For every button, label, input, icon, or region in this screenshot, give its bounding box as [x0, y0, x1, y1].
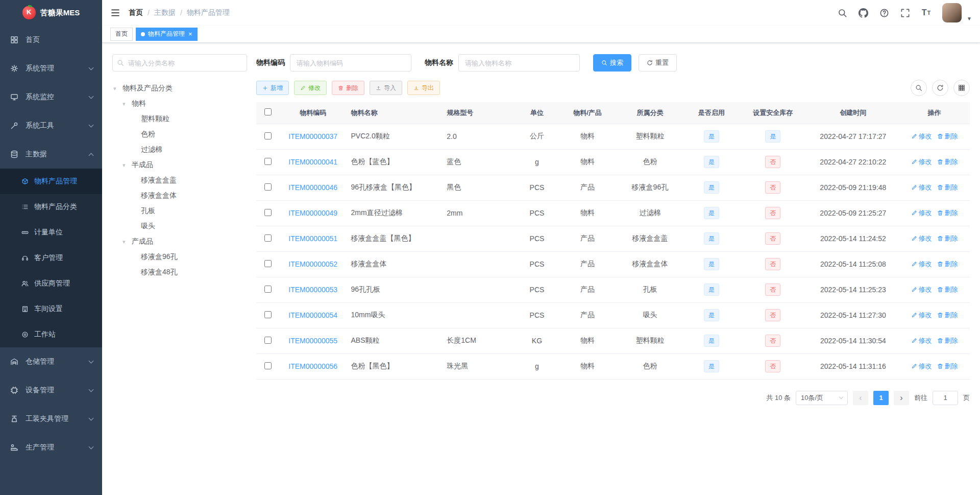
add-button[interactable]: 新增 — [256, 81, 289, 95]
tree-node[interactable]: 过滤棉 — [112, 142, 247, 157]
sidebar-item-fixture-management[interactable]: 工装夹具管理 — [0, 405, 102, 433]
tree-node[interactable]: 孔板 — [112, 203, 247, 219]
close-icon[interactable]: × — [188, 31, 192, 37]
tree-node[interactable]: 移液盒48孔 — [112, 265, 247, 280]
search-toggle-button[interactable] — [911, 80, 927, 96]
material-name-input[interactable] — [458, 54, 580, 72]
material-code-link[interactable]: ITEM00000041 — [288, 158, 337, 166]
sidebar-subitem-supplier-management[interactable]: 供应商管理 — [0, 271, 102, 296]
caret-down-icon[interactable]: ▾ — [122, 101, 132, 107]
delete-row-button[interactable]: 删除 — [937, 285, 958, 294]
edit-row-button[interactable]: 修改 — [911, 285, 932, 294]
chevron-down-icon[interactable]: ▼ — [967, 16, 972, 21]
edit-row-button[interactable]: 修改 — [911, 157, 932, 167]
material-code-link[interactable]: ITEM00000056 — [288, 362, 337, 370]
breadcrumb-item[interactable]: 首页 — [129, 8, 143, 17]
row-checkbox[interactable] — [264, 234, 272, 242]
edit-row-button[interactable]: 修改 — [911, 234, 932, 243]
material-code-link[interactable]: ITEM00000052 — [288, 260, 337, 268]
search-button[interactable]: 搜索 — [593, 54, 631, 72]
row-checkbox[interactable] — [264, 311, 272, 318]
sidebar-subitem-customer-management[interactable]: 客户管理 — [0, 245, 102, 271]
tree-node[interactable]: 吸头 — [112, 219, 247, 234]
material-code-link[interactable]: ITEM00000051 — [288, 234, 337, 243]
export-button[interactable]: 导出 — [407, 81, 440, 95]
edit-row-button[interactable]: 修改 — [911, 208, 932, 218]
sidebar-item-system-monitor[interactable]: 系统监控 — [0, 83, 102, 111]
edit-row-button[interactable]: 修改 — [911, 362, 932, 371]
delete-row-button[interactable]: 删除 — [937, 260, 958, 269]
row-checkbox[interactable] — [264, 362, 272, 369]
sidebar-item-equipment-management[interactable]: 设备管理 — [0, 376, 102, 405]
delete-row-button[interactable]: 删除 — [937, 362, 958, 371]
logo[interactable]: 苦糖果MES — [0, 0, 102, 26]
row-checkbox[interactable] — [264, 158, 272, 165]
material-code-link[interactable]: ITEM00000037 — [288, 132, 337, 140]
delete-row-button[interactable]: 删除 — [937, 157, 958, 167]
tree-node[interactable]: 移液盒盒体 — [112, 188, 247, 203]
search-icon[interactable] — [838, 8, 847, 18]
caret-down-icon[interactable]: ▾ — [122, 239, 132, 245]
sidebar-item-system-tools[interactable]: 系统工具 — [0, 111, 102, 140]
edit-row-button[interactable]: 修改 — [911, 311, 932, 320]
edit-button[interactable]: 修改 — [294, 81, 327, 95]
delete-button[interactable]: 删除 — [332, 81, 364, 95]
tree-node[interactable]: 色粉 — [112, 127, 247, 142]
font-size-icon[interactable]: TT — [921, 8, 931, 18]
material-code-link[interactable]: ITEM00000046 — [288, 183, 337, 192]
sidebar-item-system-management[interactable]: 系统管理 — [0, 54, 102, 83]
tree-node[interactable]: 移液盒96孔 — [112, 249, 247, 265]
tree-node[interactable]: 塑料颗粒 — [112, 111, 247, 127]
delete-row-button[interactable]: 删除 — [937, 208, 958, 218]
row-checkbox[interactable] — [264, 183, 272, 191]
reset-button[interactable]: 重置 — [639, 54, 677, 72]
edit-row-button[interactable]: 修改 — [911, 183, 932, 192]
sidebar-subitem-workshop-settings[interactable]: 车间设置 — [0, 296, 102, 322]
caret-down-icon[interactable]: ▾ — [113, 85, 122, 92]
sidebar-item-home[interactable]: 首页 — [0, 26, 102, 54]
refresh-toggle-button[interactable] — [932, 80, 948, 96]
next-page-button[interactable]: › — [894, 391, 909, 405]
row-checkbox[interactable] — [264, 260, 272, 267]
tree-node[interactable]: ▾物料及产品分类 — [112, 81, 247, 96]
goto-page-input[interactable] — [933, 391, 958, 405]
edit-row-button[interactable]: 修改 — [911, 336, 932, 345]
github-icon[interactable] — [859, 8, 868, 18]
row-checkbox[interactable] — [264, 132, 272, 139]
delete-row-button[interactable]: 删除 — [937, 132, 958, 141]
grid-toggle-button[interactable] — [953, 80, 970, 96]
sidebar-item-warehouse-management[interactable]: 仓储管理 — [0, 347, 102, 376]
fullscreen-icon[interactable] — [900, 8, 910, 18]
row-checkbox[interactable] — [264, 286, 272, 293]
tree-node[interactable]: ▾半成品 — [112, 157, 247, 173]
sidebar-subitem-workstation[interactable]: 工作站 — [0, 322, 102, 347]
edit-row-button[interactable]: 修改 — [911, 260, 932, 269]
sidebar-subitem-measurement-unit[interactable]: 计量单位 — [0, 220, 102, 245]
delete-row-button[interactable]: 删除 — [937, 183, 958, 192]
sidebar-subitem-material-product-category[interactable]: 物料产品分类 — [0, 194, 102, 220]
row-checkbox[interactable] — [264, 209, 272, 216]
material-code-link[interactable]: ITEM00000049 — [288, 209, 337, 217]
material-code-link[interactable]: ITEM00000055 — [288, 337, 337, 345]
caret-down-icon[interactable]: ▾ — [122, 162, 132, 169]
tree-node[interactable]: 移液盒盒盖 — [112, 173, 247, 188]
import-button[interactable]: 导入 — [370, 81, 402, 95]
hamburger-icon[interactable] — [110, 8, 120, 18]
tree-node[interactable]: ▾物料 — [112, 96, 247, 111]
sidebar-item-production-management[interactable]: 生产管理 — [0, 433, 102, 462]
row-checkbox[interactable] — [264, 337, 272, 344]
sidebar-item-master-data[interactable]: 主数据 — [0, 140, 102, 169]
tab-home[interactable]: 首页 — [110, 28, 133, 41]
delete-row-button[interactable]: 删除 — [937, 234, 958, 243]
avatar[interactable] — [942, 3, 962, 22]
tab-material-product-management[interactable]: 物料产品管理× — [136, 28, 198, 41]
tree-node[interactable]: ▾产成品 — [112, 234, 247, 249]
material-code-link[interactable]: ITEM00000054 — [288, 311, 337, 319]
delete-row-button[interactable]: 删除 — [937, 336, 958, 345]
material-code-input[interactable] — [290, 54, 411, 72]
page-1-button[interactable]: 1 — [873, 391, 889, 405]
delete-row-button[interactable]: 删除 — [937, 311, 958, 320]
select-all-checkbox[interactable] — [264, 108, 272, 115]
sidebar-subitem-material-product-management[interactable]: 物料产品管理 — [0, 169, 102, 194]
page-size-select[interactable]: 10条/页 — [796, 391, 848, 405]
